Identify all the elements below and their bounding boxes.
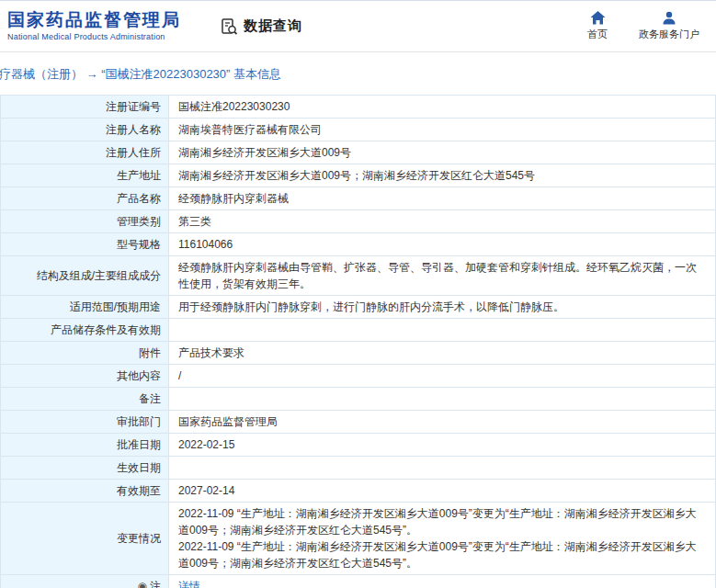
row-value: 详情: [169, 575, 715, 588]
row-label: 注册证编号: [1, 96, 169, 118]
row-label: 生效日期: [1, 457, 169, 479]
row-label: 有效期至: [1, 480, 169, 502]
table-row: 管理类别 第三类: [1, 210, 715, 233]
row-label: 生产地址: [1, 164, 169, 187]
table-row: 批准日期 2022-02-15: [1, 434, 715, 457]
row-label: 附件: [1, 342, 169, 364]
row-value: 产品技术要求: [169, 342, 715, 364]
row-value: 湖南埃普特医疗器械有限公司: [169, 119, 715, 141]
registration-info-table: 注册证编号 国械注准20223030230 注册人名称 湖南埃普特医疗器械有限公…: [0, 95, 716, 588]
row-value: [169, 388, 715, 410]
table-row: 备注: [1, 388, 715, 411]
table-row: 审批部门 国家药品监督管理局: [1, 411, 715, 434]
table-row: 产品名称 经颈静脉肝内穿刺器械: [1, 187, 715, 210]
row-value: 经颈静脉肝内穿刺器械由导管鞘、扩张器、导管、导引器、加硬套管和穿刺针组成。经环氧…: [169, 256, 715, 295]
table-row: 生效日期: [1, 457, 715, 480]
row-value: 国械注准20223030230: [169, 96, 715, 118]
table-row: 型号规格 116104066: [1, 233, 715, 256]
agency-logo: 国家药品监督管理局 National Medical Products Admi…: [7, 10, 181, 41]
row-value: 116104066: [169, 233, 715, 255]
row-value: 2022-02-15: [169, 434, 715, 456]
detail-link[interactable]: 详情: [178, 578, 200, 588]
page: 国家药品监督管理局 National Medical Products Admi…: [0, 0, 716, 588]
nav-portal[interactable]: 政务服务门户: [639, 11, 699, 41]
row-value: 2027-02-14: [169, 480, 715, 502]
table-row: 注册人住所 湖南湘乡经济开发区湘乡大道009号: [1, 141, 715, 164]
nav-portal-label: 政务服务门户: [639, 28, 699, 41]
row-label: 批准日期: [1, 434, 169, 456]
row-value: /: [169, 365, 715, 387]
doc-search-icon: [220, 17, 238, 36]
row-value: 湖南湘乡经济开发区湘乡大道009号: [169, 141, 715, 164]
row-label: 变更情况: [1, 503, 169, 574]
row-value: 第三类: [169, 210, 715, 232]
row-label: 产品名称: [1, 187, 169, 209]
table-row: 生产地址 湖南湘乡经济开发区湘乡大道009号；湖南湘乡经济开发区红仑大道545号: [1, 164, 715, 187]
row-label: 结构及组成/主要组成成分: [1, 256, 169, 295]
nav-home-label: 首页: [587, 28, 608, 41]
home-icon: [590, 11, 606, 25]
table-row: 有效期至 2027-02-14: [1, 480, 715, 503]
row-label: 注册人名称: [1, 119, 169, 141]
data-query-section: 数据查询: [220, 17, 302, 36]
table-row: 注册证编号 国械注准20223030230: [1, 96, 715, 119]
table-row: 产品储存条件及有效期: [1, 319, 715, 342]
row-value: 用于经颈静脉肝内门静脉穿刺，进行门静脉的肝内分流手术，以降低门静脉压。: [169, 296, 715, 318]
row-label: 适用范围/预期用途: [1, 296, 169, 318]
table-row-note: ◉注 详情: [1, 575, 715, 588]
row-value: 湖南湘乡经济开发区湘乡大道009号；湖南湘乡经济开发区红仑大道545号: [169, 164, 715, 187]
row-label: 管理类别: [1, 210, 169, 232]
data-query-title: 数据查询: [244, 17, 302, 35]
row-label: 型号规格: [1, 233, 169, 255]
table-row: 附件 产品技术要求: [1, 342, 715, 365]
table-row: 其他内容 /: [1, 365, 715, 388]
nav-home[interactable]: 首页: [587, 11, 608, 41]
row-label: 备注: [1, 388, 169, 410]
row-label: 产品储存条件及有效期: [1, 319, 169, 341]
row-label: 审批部门: [1, 411, 169, 433]
top-nav: 首页 政务服务门户: [587, 11, 699, 41]
breadcrumb-bar: 医疗器械（注册） → “国械注准20223030230” 基本信息: [0, 52, 716, 95]
row-value: 国家药品监督管理局: [169, 411, 715, 433]
row-label: 注册人住所: [1, 141, 169, 164]
breadcrumb[interactable]: 医疗器械（注册） → “国械注准20223030230” 基本信息: [0, 66, 716, 83]
table-row: 注册人名称 湖南埃普特医疗器械有限公司: [1, 119, 715, 141]
row-label-text: 注: [150, 578, 161, 588]
row-label: 其他内容: [1, 365, 169, 387]
note-icon: ◉: [138, 581, 147, 588]
top-header: 国家药品监督管理局 National Medical Products Admi…: [0, 1, 716, 52]
row-value: 2022-11-09 “生产地址：湖南湘乡经济开发区湘乡大道009号”变更为“生…: [169, 503, 715, 574]
table-row: 适用范围/预期用途 用于经颈静脉肝内门静脉穿刺，进行门静脉的肝内分流手术，以降低…: [1, 296, 715, 319]
row-value: [169, 457, 715, 479]
table-row: 结构及组成/主要组成成分 经颈静脉肝内穿刺器械由导管鞘、扩张器、导管、导引器、加…: [1, 256, 715, 296]
agency-name-cn: 国家药品监督管理局: [7, 10, 181, 30]
row-label: ◉注: [1, 575, 169, 588]
user-icon: [662, 11, 676, 25]
row-value: 经颈静脉肝内穿刺器械: [169, 187, 715, 209]
agency-name-en: National Medical Products Administration: [7, 32, 181, 41]
row-value: [169, 319, 715, 341]
table-row: 变更情况 2022-11-09 “生产地址：湖南湘乡经济开发区湘乡大道009号”…: [1, 503, 715, 575]
